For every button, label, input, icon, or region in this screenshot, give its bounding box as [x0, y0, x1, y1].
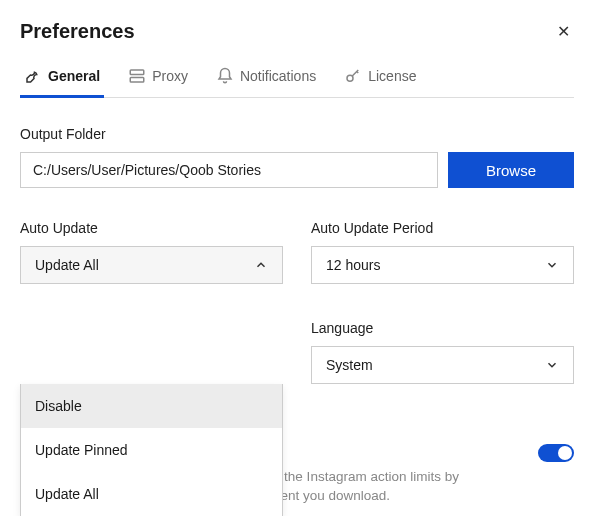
- auto-update-select[interactable]: Update All: [20, 246, 283, 284]
- tab-notifications[interactable]: Notifications: [212, 57, 320, 97]
- language-label: Language: [311, 320, 574, 336]
- auto-update-dropdown: Disable Update Pinned Update All: [20, 384, 283, 516]
- auto-update-option-pinned[interactable]: Update Pinned: [21, 428, 282, 472]
- tab-label: Proxy: [152, 68, 188, 84]
- svg-rect-1: [130, 78, 144, 83]
- bell-icon: [216, 67, 234, 85]
- svg-rect-0: [130, 70, 144, 75]
- chevron-down-icon: [545, 358, 559, 372]
- language-select[interactable]: System: [311, 346, 574, 384]
- chevron-down-icon: [545, 258, 559, 272]
- tab-label: General: [48, 68, 100, 84]
- auto-update-option-all[interactable]: Update All: [21, 472, 282, 516]
- tab-label: Notifications: [240, 68, 316, 84]
- auto-update-period-label: Auto Update Period: [311, 220, 574, 236]
- output-folder-label: Output Folder: [20, 126, 574, 142]
- language-value: System: [326, 357, 373, 373]
- tab-label: License: [368, 68, 416, 84]
- tab-bar: General Proxy Notifications License: [20, 57, 574, 98]
- chevron-up-icon: [254, 258, 268, 272]
- tab-general[interactable]: General: [20, 57, 104, 97]
- svg-point-2: [347, 75, 353, 81]
- tab-license[interactable]: License: [340, 57, 420, 97]
- auto-update-period-select[interactable]: 12 hours: [311, 246, 574, 284]
- proxy-icon: [128, 67, 146, 85]
- page-title: Preferences: [20, 20, 135, 43]
- key-icon: [344, 67, 362, 85]
- auto-update-label: Auto Update: [20, 220, 283, 236]
- wrench-icon: [24, 67, 42, 85]
- auto-update-value: Update All: [35, 257, 99, 273]
- auto-update-option-disable[interactable]: Disable: [21, 384, 282, 428]
- close-icon[interactable]: ✕: [553, 18, 574, 45]
- browse-button[interactable]: Browse: [448, 152, 574, 188]
- output-folder-input[interactable]: [20, 152, 438, 188]
- safe-mode-toggle[interactable]: [538, 444, 574, 462]
- tab-proxy[interactable]: Proxy: [124, 57, 192, 97]
- auto-update-period-value: 12 hours: [326, 257, 380, 273]
